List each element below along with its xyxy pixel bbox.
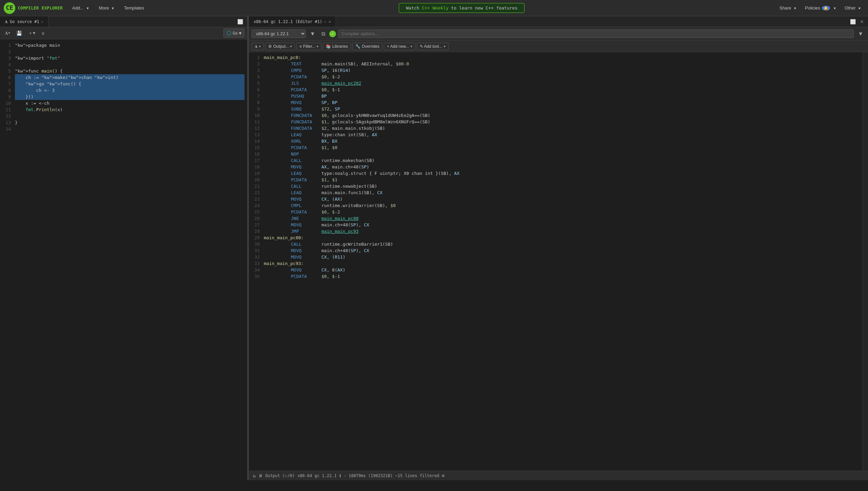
logo-icon: CE — [3, 2, 16, 14]
asm-line: MOVQCX, (R11) — [264, 254, 861, 260]
status-output-icon: 🖥 — [258, 473, 262, 478]
share-button[interactable]: Share ▼ — [776, 3, 800, 13]
asm-line: JNEmain_main_pc80 — [264, 215, 861, 222]
compiler-options-arrow[interactable]: ▼ — [856, 30, 865, 38]
code-line — [15, 48, 244, 55]
add-button[interactable]: Add... ▼ — [69, 3, 93, 13]
asm-close-button[interactable]: ✕ — [859, 18, 865, 25]
language-selector[interactable]: ⬡ Go ▼ — [223, 28, 244, 38]
maximize-button[interactable]: ⬜ — [236, 18, 244, 25]
share-arrow-icon: ▼ — [793, 6, 797, 10]
source-tab-font-icon: 𝐀 — [5, 19, 8, 24]
refresh-icon[interactable]: ↻ — [253, 473, 256, 478]
compiler-header: x86-64 gc 1.22.1 ▼ ⧉ ✓ ▼ — [249, 27, 868, 41]
templates-button[interactable]: Templates — [121, 3, 147, 13]
more-button[interactable]: More ▼ — [96, 3, 118, 13]
code-line: }() — [15, 94, 244, 100]
compiler-dropdown-icon[interactable]: ▼ — [308, 30, 317, 38]
asm-line: CMPLruntime.writeBarrier(SB), $0 — [264, 202, 861, 209]
libraries-label: Libraries — [332, 44, 348, 49]
asm-line: JMPmain_main_pc93 — [264, 228, 861, 234]
add-arrow-icon: ▼ — [86, 6, 90, 10]
asm-line: FUNCDATA$2, main.main.stkobj(SB) — [264, 125, 861, 131]
code-editor[interactable]: 1234567891011121314 "kw">package main "k… — [0, 39, 247, 480]
logo: CE COMPILER EXPLORER — [3, 2, 63, 14]
font-size-tool-btn[interactable]: 𝐀▾ — [252, 43, 264, 50]
asm-line: CALLruntime.gcWriteBarrier1(SB) — [264, 241, 861, 247]
asm-tab-title: x86-64 gc 1.22.1 (Editor #1) — [254, 19, 322, 24]
asm-line: LEAQtype:chan int(SB), AX — [264, 131, 861, 138]
output-btn[interactable]: ⚙ Output... ▾ — [265, 43, 295, 50]
policies-arrow-icon: ▼ — [833, 6, 836, 10]
asm-line: JLSmain_main_pc202 — [264, 80, 861, 86]
overrides-btn[interactable]: 🔧 Overrides — [352, 43, 382, 50]
asm-line: PUSHQBP — [264, 93, 861, 99]
conform-button[interactable]: ∨ — [39, 29, 47, 37]
nav-right: Share ▼ Policies 🔔 ▼ Other ▼ — [776, 3, 865, 13]
asm-line: PCDATA$1, $0 — [264, 144, 861, 151]
asm-tab[interactable]: x86-64 gc 1.22.1 (Editor #1) ✏ ✕ — [249, 16, 336, 27]
code-line: "kw">func main() { — [15, 68, 244, 74]
open-compiler-btn[interactable]: ⧉ — [319, 30, 327, 38]
asm-line: MOVQmain.ch+48(SP), CX — [264, 222, 861, 228]
code-content[interactable]: "kw">package main "kw">import "fmt" "kw"… — [14, 39, 247, 480]
save-button[interactable]: 💾 — [14, 29, 24, 37]
center-banner: Watch C++ Weekly to learn new C++ featur… — [150, 3, 773, 13]
add-tool-btn[interactable]: ✎ Add tool... ▾ — [417, 43, 449, 50]
asm-line: MOVQSP, BP — [264, 99, 861, 106]
logo-text: COMPILER EXPLORER — [18, 5, 63, 11]
banner-box: Watch C++ Weekly to learn new C++ featur… — [399, 3, 525, 13]
asm-line: NOP — [264, 151, 861, 157]
add-pane-button[interactable]: ＋▾ — [26, 29, 37, 37]
code-line: ch <- 3 — [15, 87, 244, 94]
add-new-btn[interactable]: + Add new... ▾ — [384, 43, 415, 50]
language-label: Go — [233, 31, 237, 36]
code-line — [15, 113, 244, 119]
asm-tabs-row: x86-64 gc 1.22.1 (Editor #1) ✏ ✕ ⬜ ✕ — [249, 16, 868, 27]
filter-icon: ≡ — [299, 44, 302, 49]
libraries-btn[interactable]: 📚 Libraries — [323, 43, 351, 50]
asm-panel: x86-64 gc 1.22.1 (Editor #1) ✏ ✕ ⬜ ✕ x86… — [249, 16, 868, 480]
asm-tab-edit-icon[interactable]: ✏ — [324, 19, 327, 24]
asm-line: MOVQCX, (AX) — [264, 196, 861, 202]
edit-icon[interactable]: ✏ — [41, 19, 44, 24]
other-button[interactable]: Other ▼ — [841, 3, 865, 13]
asm-line: main_main_pc93: — [264, 260, 861, 267]
compiler-select[interactable]: x86-64 gc 1.22.1 — [252, 29, 306, 38]
policies-button[interactable]: Policies 🔔 ▼ — [802, 3, 840, 13]
font-size-button[interactable]: 𝐀▾ — [3, 29, 12, 37]
asm-code[interactable]: main_main_pc0:TEXTmain.main(SB), ABIInte… — [262, 52, 863, 471]
asm-expand-button[interactable]: ⬜ — [849, 18, 857, 25]
add-new-label: + Add new... — [387, 44, 409, 49]
line-numbers: 1234567891011121314 — [0, 39, 14, 480]
asm-line: TEXTmain.main(SB), ABIInternal, $80-0 — [264, 61, 861, 67]
asm-line: LEAQmain.main.func1(SB), CX — [264, 189, 861, 196]
asm-line: PCDATA$0, $-1 — [264, 273, 861, 280]
asm-line: PCDATA$0, $-2 — [264, 74, 861, 80]
source-tab-title: Go source #1 — [10, 19, 39, 24]
banner-link[interactable]: C++ Weekly — [422, 5, 448, 11]
asm-tab-close-icon[interactable]: ✕ — [329, 19, 331, 24]
asm-content-area: 1234567891011121314151617181920212223242… — [249, 52, 868, 471]
asm-line: PCDATA$1, $1 — [264, 177, 861, 183]
filter-btn[interactable]: ≡ Filter... ▾ — [296, 43, 321, 50]
compiler-options-input[interactable] — [338, 29, 854, 38]
asm-line: MOVQCX, 8(AX) — [264, 267, 861, 273]
svg-text:CE: CE — [6, 4, 13, 11]
asm-line: CALLruntime.newobject(SB) — [264, 183, 861, 189]
source-tab[interactable]: 𝐀 Go source #1 ✏ — [0, 16, 48, 27]
editor-toolbar: 𝐀▾ 💾 ＋▾ ∨ ⬡ Go ▼ — [0, 27, 247, 39]
status-info-text: - 18879ms (1902321B) ~15 lines filtered — [344, 473, 439, 478]
book-icon: 📚 — [326, 44, 331, 49]
minimap — [863, 52, 868, 471]
top-nav: CE COMPILER EXPLORER Add... ▼ More ▼ Tem… — [0, 0, 868, 16]
add-tool-label: ✎ Add tool... — [420, 44, 442, 49]
main-layout: 𝐀 Go source #1 ✏ ⬜ 𝐀▾ 💾 ＋▾ ∨ ⬡ Go ▼ 1234… — [0, 16, 868, 480]
wrench-icon: 🔧 — [355, 44, 360, 49]
asm-line: CMPQSP, 16(R14) — [264, 67, 861, 74]
asm-line: SUBQ$72, SP — [264, 106, 861, 112]
asm-line: LEAQtype:noalg.struct { F uintptr; X0 ch… — [264, 170, 861, 177]
add-tool-arrow-icon: ▾ — [444, 45, 446, 48]
code-line: "kw">import "fmt" — [15, 55, 244, 61]
tab-controls: ⬜ — [233, 18, 247, 25]
